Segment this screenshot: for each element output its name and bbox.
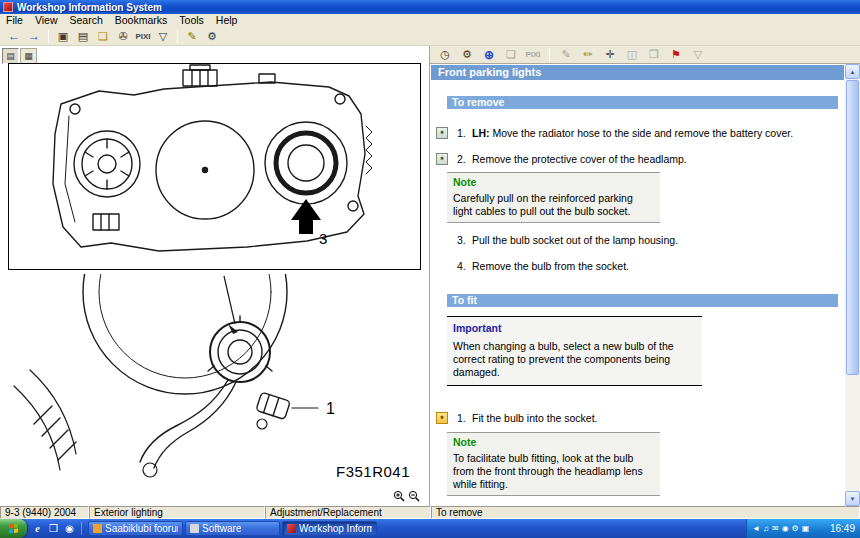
windows-flag-icon [9, 524, 18, 534]
scroll-down-icon[interactable]: ▼ [845, 491, 860, 506]
step-number: 3. [457, 234, 472, 247]
filter-icon[interactable]: ▽ [154, 28, 172, 44]
adjust-icon[interactable]: ⚙ [458, 47, 476, 63]
toc-panel-toggle-icon[interactable]: ▤ [2, 48, 19, 64]
pointer-arrow [291, 199, 321, 234]
figure-list-toggle-icon[interactable]: ▦ [20, 48, 37, 64]
menu-file[interactable]: File [0, 14, 29, 27]
section-heading-to-remove: To remove [447, 96, 838, 109]
step-row: 3. Pull the bulb socket out of the lamp … [457, 234, 837, 247]
step-number: 1. [457, 127, 472, 140]
titlebar: Workshop Information System [0, 0, 860, 14]
note-text: To facilitate bulb fitting, look at the … [453, 452, 654, 491]
note-text: Carefully pull on the reinforced parking… [453, 192, 654, 218]
figure-headlamp-rear: 3 [8, 63, 421, 270]
toolbar-separator [549, 48, 550, 61]
menu-bookmarks[interactable]: Bookmarks [109, 14, 174, 27]
document-toolbar: ◷ ⚙ ⊕ ❏ PIXI ✎ ✏ ✛ ◫ ❐ ⚑ ▽ [430, 46, 860, 64]
statusbar: 9-3 (9440) 2004 Exterior lighting Adjust… [0, 506, 860, 519]
step-text: LH:Move the radiator hose to the side an… [472, 127, 837, 140]
media-player-icon[interactable]: ◉ [62, 521, 77, 536]
document-panel: ◷ ⚙ ⊕ ❏ PIXI ✎ ✏ ✛ ◫ ❐ ⚑ ▽ Front parking… [430, 46, 860, 506]
window-title: Workshop Information System [17, 2, 162, 13]
page-title: Front parking lights [431, 65, 844, 80]
taskbar-window-wis[interactable]: Workshop Informati... [282, 521, 377, 536]
diagnostics-icon[interactable]: ✇ [114, 28, 132, 44]
show-desktop-icon[interactable]: ❐ [46, 521, 61, 536]
volume-icon[interactable]: ♫ [763, 525, 769, 533]
menu-tools[interactable]: Tools [173, 14, 210, 27]
folder-window-icon [190, 524, 199, 533]
zoom-in-icon[interactable] [392, 489, 405, 502]
scroll-up-icon[interactable]: ▲ [845, 64, 860, 79]
taskbar: e ❐ ◉ Saabiklubi foorum -... Software Wo… [0, 519, 860, 538]
step-row: ➧ 1. LH:Move the radiator hose to the si… [457, 127, 837, 140]
annotate-icon[interactable]: ✎ [557, 47, 575, 63]
notes-icon[interactable]: ✎ [183, 28, 201, 44]
workshop-information-system-window: Workshop Information System File View Se… [0, 0, 860, 538]
main-toolbar: ← → ▣ ▤ ❏ ✇ PIXI ▽ ✎ ⚙ [0, 27, 860, 46]
step-number: 2. [457, 153, 472, 166]
pixi-icon[interactable]: PIXI [524, 47, 542, 63]
zoom-out-icon[interactable] [407, 489, 420, 502]
headlamp-rear-diagram: 3 [9, 64, 420, 269]
callout-label-3: 3 [319, 230, 327, 247]
menu-view[interactable]: View [29, 14, 64, 27]
system-tray: ◄ ♫ ✉ ◉ ⚙ ▣ 16:49 [746, 519, 860, 538]
illustration-link-icon[interactable]: ➧ [436, 412, 448, 424]
tools-icon[interactable]: ⚙ [203, 28, 221, 44]
pan-icon[interactable]: ✛ [601, 47, 619, 63]
start-button[interactable] [0, 519, 27, 538]
illustration-link-icon[interactable]: ➧ [436, 127, 448, 139]
vehicle-icon[interactable]: ▣ [54, 28, 72, 44]
note-box: Note Carefully pull on the reinforced pa… [447, 172, 660, 223]
highlight-icon[interactable]: ✏ [579, 47, 597, 63]
print-icon[interactable]: ▤ [74, 28, 92, 44]
menu-help[interactable]: Help [210, 14, 244, 27]
vertical-scrollbar[interactable]: ▲ ▼ [845, 64, 860, 506]
step-text: Fit the bulb into the socket. [472, 412, 837, 425]
figure-code: F351R041 [336, 463, 410, 480]
step-text: Pull the bulb socket out of the lamp hou… [472, 234, 837, 247]
note-label: Note [453, 176, 654, 189]
step-number: 4. [457, 260, 472, 273]
back-icon[interactable]: ← [5, 28, 23, 44]
zoom-window-icon[interactable]: ◫ [623, 47, 641, 63]
web-link-icon[interactable]: ⊕ [480, 47, 498, 63]
pixi-button[interactable]: PIXI [134, 28, 152, 44]
browser-window-icon [93, 524, 102, 533]
section-heading-to-fit: To fit [447, 294, 838, 307]
network-icon[interactable]: ◉ [782, 525, 789, 533]
bulb-socket-diagram: 1 F351R041 [0, 274, 429, 502]
step-text: Remove the bulb from the socket. [472, 260, 837, 273]
toolbar-separator [48, 30, 49, 43]
export-icon[interactable]: ❐ [645, 47, 663, 63]
funnel-icon[interactable]: ▽ [689, 47, 707, 63]
forward-icon[interactable]: → [25, 28, 43, 44]
illustration-link-icon[interactable]: ➧ [436, 153, 448, 165]
taskbar-window-software[interactable]: Software [185, 521, 280, 536]
note-box: Note To facilitate bulb fitting, look at… [447, 432, 660, 496]
toolbar-separator [177, 30, 178, 43]
illustration-panel: ▤ ▦ [0, 46, 430, 506]
scrollbar-thumb[interactable] [846, 80, 859, 375]
status-category: Exterior lighting [89, 506, 265, 519]
note-label: Note [453, 436, 654, 449]
settings-tray-icon[interactable]: ⚙ [792, 525, 799, 533]
messenger-icon[interactable]: ✉ [772, 525, 779, 533]
bookmark-icon[interactable]: ⚑ [667, 47, 685, 63]
taskbar-window-forum[interactable]: Saabiklubi foorum -... [88, 521, 183, 536]
internet-explorer-icon[interactable]: e [30, 521, 45, 536]
hide-tray-icons-icon[interactable]: ◄ [752, 525, 760, 533]
timer-icon[interactable]: ◷ [436, 47, 454, 63]
step-row: 4. Remove the bulb from the socket. [457, 260, 837, 273]
menu-search[interactable]: Search [64, 14, 109, 27]
callout-label-1: 1 [326, 400, 335, 417]
taskbar-clock[interactable]: 16:49 [830, 523, 855, 534]
important-label: Important [453, 322, 696, 335]
display-tray-icon[interactable]: ▣ [802, 525, 810, 533]
document-icon[interactable]: ❏ [502, 47, 520, 63]
app-icon [3, 2, 13, 12]
status-vehicle: 9-3 (9440) 2004 [0, 506, 89, 519]
documents-icon[interactable]: ❏ [94, 28, 112, 44]
